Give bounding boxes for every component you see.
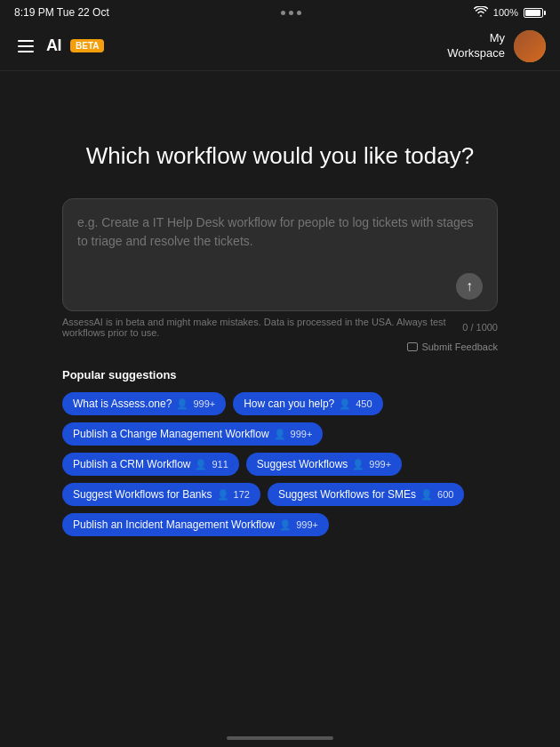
suggestion-chip[interactable]: How can you help?👤450 bbox=[233, 392, 382, 415]
hamburger-line-2 bbox=[18, 45, 34, 47]
prompt-input[interactable] bbox=[77, 213, 483, 262]
char-count-row: AssessAI is in beta and might make mista… bbox=[62, 317, 498, 338]
avatar[interactable] bbox=[514, 30, 546, 62]
battery-icon bbox=[524, 8, 546, 18]
submit-arrow-icon: ↑ bbox=[466, 279, 473, 293]
signal-strength-icon: 100% bbox=[493, 7, 518, 18]
chip-count: 911 bbox=[212, 459, 228, 470]
suggestions-section: Popular suggestions What is Assess.one?👤… bbox=[62, 368, 498, 536]
bottom-bar bbox=[227, 736, 333, 740]
chip-label: Publish a CRM Workflow bbox=[73, 458, 190, 470]
main-title: Which workflow would you like today? bbox=[86, 142, 474, 170]
beta-badge: BETA bbox=[70, 39, 104, 52]
suggestion-chip[interactable]: Suggest Workflows for Banks👤172 bbox=[62, 483, 260, 506]
chip-count: 999+ bbox=[193, 398, 215, 409]
suggestion-chip[interactable]: What is Assess.one?👤999+ bbox=[62, 392, 226, 415]
chip-person-icon: 👤 bbox=[279, 519, 292, 531]
chip-label: How can you help? bbox=[244, 398, 334, 410]
status-time: 8:19 PM Tue 22 Oct bbox=[14, 6, 109, 19]
chip-count: 999+ bbox=[369, 459, 391, 470]
feedback-icon bbox=[407, 342, 418, 351]
textarea-footer: ↑ bbox=[77, 273, 483, 300]
avatar-image bbox=[514, 30, 546, 62]
status-bar: 8:19 PM Tue 22 Oct 100% bbox=[0, 0, 560, 25]
chip-person-icon: 👤 bbox=[217, 489, 229, 501]
char-count: 0 / 1000 bbox=[462, 322, 498, 333]
chip-count: 999+ bbox=[291, 429, 313, 439]
signal-dot-1 bbox=[281, 11, 285, 15]
suggestions-title: Popular suggestions bbox=[62, 368, 498, 382]
nav-bar: AI BETA My Workspace bbox=[0, 25, 560, 71]
chip-person-icon: 👤 bbox=[195, 459, 207, 470]
status-center-icons bbox=[281, 11, 301, 15]
hamburger-line-1 bbox=[18, 40, 34, 42]
chip-label: Suggest Workflows for Banks bbox=[73, 488, 212, 501]
chip-label: Publish a Change Management Workflow bbox=[73, 428, 269, 440]
chip-count: 999+ bbox=[296, 519, 318, 530]
feedback-row: Submit Feedback bbox=[62, 341, 498, 352]
wifi-icon bbox=[474, 6, 488, 20]
chip-label: What is Assess.one? bbox=[73, 398, 172, 410]
signal-dot-2 bbox=[289, 11, 293, 15]
chip-count: 450 bbox=[356, 398, 372, 409]
hamburger-line-3 bbox=[18, 51, 34, 52]
workspace-label: My Workspace bbox=[447, 31, 505, 61]
status-right-icons: 100% bbox=[474, 6, 546, 20]
main-content: Which workflow would you like today? ↑ A… bbox=[0, 71, 560, 554]
suggestion-chip[interactable]: Publish a CRM Workflow👤911 bbox=[62, 453, 239, 476]
signal-dot-3 bbox=[297, 11, 301, 15]
disclaimer-text: AssessAI is in beta and might make mista… bbox=[62, 317, 462, 338]
suggestion-chip[interactable]: Publish a Change Management Workflow👤999… bbox=[62, 422, 323, 446]
chip-count: 172 bbox=[234, 489, 250, 500]
menu-button[interactable] bbox=[14, 36, 37, 56]
nav-right: My Workspace bbox=[447, 30, 546, 62]
suggestion-chip[interactable]: Suggest Workflows👤999+ bbox=[246, 453, 402, 476]
chip-person-icon: 👤 bbox=[274, 429, 286, 440]
chip-label: Publish an Incident Management Workflow bbox=[73, 518, 275, 531]
ai-logo: AI bbox=[46, 36, 61, 55]
chip-label: Suggest Workflows for SMEs bbox=[278, 488, 416, 501]
chip-person-icon: 👤 bbox=[420, 489, 433, 501]
prompt-input-container: ↑ bbox=[62, 198, 498, 311]
chip-person-icon: 👤 bbox=[339, 398, 351, 410]
chip-count: 600 bbox=[437, 489, 453, 500]
chip-person-icon: 👤 bbox=[176, 398, 188, 410]
submit-button[interactable]: ↑ bbox=[456, 273, 483, 300]
suggestions-chips: What is Assess.one?👤999+How can you help… bbox=[62, 392, 498, 536]
submit-feedback-link[interactable]: Submit Feedback bbox=[407, 341, 498, 352]
suggestion-chip[interactable]: Suggest Workflows for SMEs👤600 bbox=[268, 483, 465, 506]
chip-label: Suggest Workflows bbox=[257, 458, 348, 470]
chip-person-icon: 👤 bbox=[352, 459, 364, 470]
nav-left: AI BETA bbox=[14, 36, 104, 56]
suggestion-chip[interactable]: Publish an Incident Management Workflow👤… bbox=[62, 513, 329, 536]
feedback-label: Submit Feedback bbox=[421, 341, 498, 352]
